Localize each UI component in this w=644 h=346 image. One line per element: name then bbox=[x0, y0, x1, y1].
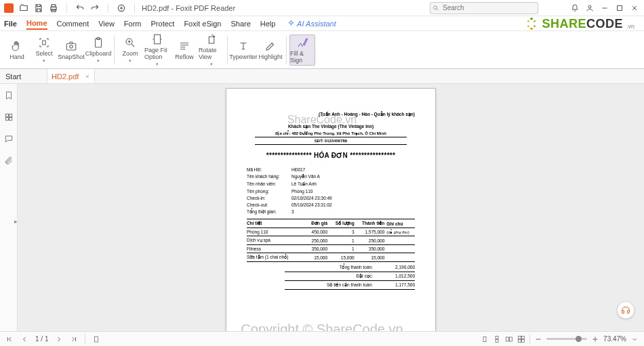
next-page-icon[interactable] bbox=[55, 335, 63, 343]
help-bubble[interactable] bbox=[617, 301, 635, 319]
ai-assistant-label: AI Assistant bbox=[297, 20, 336, 28]
label-phong: Tên phòng: bbox=[247, 189, 291, 194]
page-layout-icon[interactable] bbox=[92, 335, 100, 343]
svg-point-8 bbox=[70, 45, 73, 48]
view-continuous-icon[interactable] bbox=[493, 335, 501, 343]
menu-foxit-esign[interactable]: Foxit eSign bbox=[184, 18, 221, 29]
zoom-value[interactable]: 73.47% bbox=[603, 335, 626, 343]
view-continuous-facing-icon[interactable] bbox=[517, 335, 525, 343]
svg-rect-23 bbox=[510, 337, 512, 341]
value-thoigian: 3 bbox=[291, 209, 294, 215]
table-row: Phòng 110450,00031,575,000(cả phụ thu) bbox=[247, 228, 415, 236]
logo-vn: .vn bbox=[626, 23, 635, 30]
doc-title: **************** HÓA ĐƠN ***************… bbox=[247, 152, 415, 159]
menu-view[interactable]: View bbox=[98, 18, 115, 29]
bell-icon[interactable] bbox=[571, 4, 579, 12]
zoom-out-icon[interactable] bbox=[534, 335, 542, 343]
logo-code: CODE bbox=[586, 17, 623, 30]
svg-rect-15 bbox=[9, 114, 12, 116]
last-page-icon[interactable] bbox=[70, 335, 78, 343]
svg-rect-24 bbox=[519, 336, 521, 339]
maximize-icon[interactable] bbox=[616, 4, 624, 12]
zoom-in-icon[interactable] bbox=[591, 335, 599, 343]
qat-dropdown-icon[interactable] bbox=[117, 3, 126, 13]
label-checkout: Check-out: bbox=[247, 202, 291, 207]
bookmark-icon[interactable] bbox=[4, 91, 14, 100]
titlebar: HD2.pdf - Foxit PDF Reader bbox=[0, 0, 644, 16]
table-row: Fitness350,0001350,000 bbox=[247, 245, 415, 253]
svg-rect-19 bbox=[483, 337, 486, 341]
attachments-icon[interactable] bbox=[4, 156, 14, 165]
label-checkin: Check-in: bbox=[247, 196, 291, 200]
label-nhan-vien: Tên nhân viên: bbox=[247, 181, 291, 187]
headset-icon bbox=[620, 305, 631, 316]
close-icon[interactable] bbox=[630, 4, 639, 12]
invoice-table: Chi tiết Đơn giá Số lượng Thành tiền Ghi… bbox=[247, 219, 415, 262]
th-dongia: Đơn giá bbox=[297, 219, 327, 228]
value-ma-hd: HĐ017 bbox=[291, 167, 305, 172]
search-input[interactable] bbox=[430, 2, 538, 14]
redo-icon[interactable] bbox=[90, 3, 100, 13]
tab-start[interactable]: Start bbox=[0, 69, 47, 83]
value-khach-hang: Nguyễn Văn A bbox=[291, 174, 320, 179]
doc-address: Địa chỉ: 482 Đường Phó Trung, Xã Phò Trạ… bbox=[247, 131, 415, 135]
tool-fill-sign[interactable]: Fill & Sign bbox=[289, 35, 315, 66]
view-facing-icon[interactable] bbox=[505, 335, 513, 343]
svg-point-4 bbox=[434, 5, 437, 9]
svg-rect-12 bbox=[155, 35, 161, 44]
menu-home[interactable]: Home bbox=[26, 18, 47, 30]
value-coc: 1,012,500 bbox=[385, 274, 415, 279]
first-page-icon[interactable] bbox=[5, 335, 14, 343]
label-khach-hang: Tên khách hàng: bbox=[247, 174, 291, 179]
svg-rect-25 bbox=[522, 336, 525, 339]
tab-document-label: HD2.pdf bbox=[52, 72, 79, 81]
tool-hand[interactable]: Hand bbox=[4, 39, 30, 62]
quick-access-toolbar bbox=[4, 3, 138, 13]
menu-help[interactable]: Help bbox=[260, 18, 276, 29]
view-single-icon[interactable] bbox=[481, 335, 489, 343]
user-icon[interactable] bbox=[586, 4, 594, 12]
page-indicator[interactable]: 1 / 1 bbox=[35, 335, 48, 343]
ribbon-home: Hand Select▾ SnapShot Clipboard▾ Zoom▾ P… bbox=[0, 31, 644, 69]
statusbar: 1 / 1 73.47% bbox=[0, 331, 644, 346]
tool-pagefit[interactable]: Page Fit Option▾ bbox=[144, 32, 170, 68]
sharecode-logo: SHARECODE .vn bbox=[524, 16, 635, 31]
menu-protect[interactable]: Protect bbox=[151, 18, 175, 29]
sharecode-mark-icon bbox=[524, 16, 539, 31]
svg-rect-16 bbox=[5, 118, 8, 121]
svg-rect-20 bbox=[496, 336, 498, 339]
menu-file[interactable]: File bbox=[4, 18, 17, 29]
table-row: Sữa tắm (1 chai nhỏ)15,00015,00015,000 bbox=[247, 253, 415, 262]
tab-close-icon[interactable] bbox=[85, 74, 90, 79]
zoom-slider[interactable] bbox=[546, 338, 587, 340]
tab-document[interactable]: HD2.pdf bbox=[47, 69, 95, 83]
tool-typewriter[interactable]: Typewriter bbox=[230, 39, 256, 62]
zoom-dropdown-icon[interactable] bbox=[630, 335, 639, 343]
search-box[interactable] bbox=[430, 2, 538, 14]
tool-clipboard[interactable]: Clipboard▾ bbox=[85, 35, 111, 65]
open-icon[interactable] bbox=[19, 3, 28, 13]
value-tong: 2,190,000 bbox=[385, 265, 415, 270]
save-icon[interactable] bbox=[34, 3, 43, 13]
comments-icon[interactable] bbox=[4, 134, 14, 144]
tool-select[interactable]: Select▾ bbox=[31, 35, 57, 65]
tool-rotate[interactable]: Rotate View▾ bbox=[199, 32, 224, 68]
foxit-logo-icon[interactable] bbox=[4, 3, 14, 13]
menu-ai-assistant[interactable]: AI Assistant bbox=[287, 18, 336, 29]
tool-reflow[interactable]: Reflow bbox=[172, 39, 197, 62]
left-panel-rail bbox=[0, 84, 18, 331]
menu-comment[interactable]: Comment bbox=[57, 18, 89, 29]
page-canvas[interactable]: (Tuấn Anh - Hoàng - Hào - Quản lý khách … bbox=[18, 84, 644, 331]
label-ma-hd: Mã HĐ: bbox=[247, 167, 291, 172]
undo-icon[interactable] bbox=[75, 3, 85, 13]
minimize-icon[interactable] bbox=[601, 4, 609, 12]
menu-form[interactable]: Form bbox=[124, 18, 142, 29]
tool-zoom[interactable]: Zoom▾ bbox=[117, 35, 143, 65]
tool-highlight[interactable]: Highlight bbox=[258, 39, 283, 62]
tool-snapshot[interactable]: SnapShot bbox=[58, 39, 84, 62]
thumbnails-icon[interactable] bbox=[4, 112, 14, 122]
print-icon[interactable] bbox=[49, 3, 58, 13]
prev-page-icon[interactable] bbox=[20, 335, 28, 343]
menu-share[interactable]: Share bbox=[230, 18, 250, 29]
label-tong: Tổng thanh toán: bbox=[339, 265, 373, 270]
